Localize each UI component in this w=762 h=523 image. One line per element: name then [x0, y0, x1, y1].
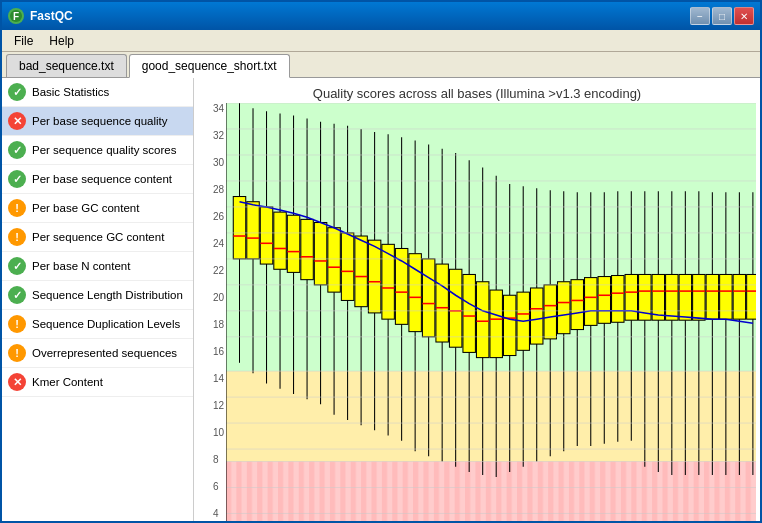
svg-rect-136 [666, 274, 678, 320]
sidebar-item-per-base-gc[interactable]: ! Per base GC content [2, 194, 193, 223]
sidebar-item-seq-length[interactable]: ✓ Sequence Length Distribution [2, 281, 193, 310]
sidebar-item-per-base-content[interactable]: ✓ Per base sequence content [2, 165, 193, 194]
svg-rect-24 [287, 215, 299, 272]
svg-rect-148 [706, 274, 718, 319]
svg-rect-100 [544, 285, 556, 339]
svg-rect-76 [463, 274, 475, 352]
sidebar-label-per-base-quality: Per base sequence quality [32, 115, 168, 127]
svg-rect-6 [226, 462, 756, 521]
sidebar-label-overrep: Overrepresented sequences [32, 347, 177, 359]
sidebar-label-dup-levels: Sequence Duplication Levels [32, 318, 180, 330]
svg-rect-88 [503, 295, 515, 355]
sidebar-label-per-base-gc: Per base GC content [32, 202, 139, 214]
svg-rect-124 [625, 274, 637, 320]
svg-rect-8 [233, 197, 245, 259]
sidebar-item-per-base-quality[interactable]: ✕ Per base sequence quality [2, 107, 193, 136]
title-bar: F FastQC − □ ✕ [2, 2, 760, 30]
app-title: FastQC [30, 9, 73, 23]
sidebar-label-basic-statistics: Basic Statistics [32, 86, 109, 98]
svg-rect-64 [422, 259, 434, 337]
sidebar-item-per-seq-quality[interactable]: ✓ Per sequence quality scores [2, 136, 193, 165]
status-icon-warn-3: ! [8, 315, 26, 333]
tab-bar: bad_sequence.txt good_sequence_short.txt [2, 52, 760, 78]
svg-rect-68 [436, 264, 448, 342]
svg-rect-48 [368, 240, 380, 313]
maximize-button[interactable]: □ [712, 7, 732, 25]
status-icon-fail-2: ✕ [8, 373, 26, 391]
svg-rect-12 [247, 202, 259, 259]
menu-file[interactable]: File [6, 32, 41, 50]
app-icon: F [8, 8, 24, 24]
sidebar-label-per-seq-gc: Per sequence GC content [32, 231, 164, 243]
svg-rect-108 [571, 280, 583, 330]
svg-rect-140 [679, 274, 691, 320]
svg-rect-160 [747, 274, 756, 319]
sidebar-item-kmer[interactable]: ✕ Kmer Content [2, 368, 193, 397]
y-axis: 2 4 6 8 10 12 14 16 18 20 22 24 26 28 [198, 103, 226, 521]
status-icon-warn: ! [8, 199, 26, 217]
chart-container: 2 4 6 8 10 12 14 16 18 20 22 24 26 28 [198, 103, 756, 521]
status-icon-ok-3: ✓ [8, 170, 26, 188]
status-icon-ok-2: ✓ [8, 141, 26, 159]
svg-rect-96 [530, 288, 542, 344]
svg-rect-36 [328, 228, 340, 292]
sidebar-label-seq-length: Sequence Length Distribution [32, 289, 183, 301]
status-icon-warn-2: ! [8, 228, 26, 246]
sidebar-label-per-base-n: Per base N content [32, 260, 130, 272]
title-controls: − □ ✕ [690, 7, 754, 25]
title-bar-left: F FastQC [8, 8, 73, 24]
main-content: ✓ Basic Statistics ✕ Per base sequence q… [2, 78, 760, 521]
sidebar-item-overrep[interactable]: ! Overrepresented sequences [2, 339, 193, 368]
svg-rect-104 [558, 282, 570, 334]
menu-help[interactable]: Help [41, 32, 82, 50]
main-window: F FastQC − □ ✕ File Help bad_sequence.tx… [0, 0, 762, 523]
chart-title: Quality scores across all bases (Illumin… [198, 82, 756, 103]
sidebar: ✓ Basic Statistics ✕ Per base sequence q… [2, 78, 194, 521]
sidebar-item-per-base-n[interactable]: ✓ Per base N content [2, 252, 193, 281]
sidebar-label-per-base-content: Per base sequence content [32, 173, 172, 185]
tab-bad-sequence[interactable]: bad_sequence.txt [6, 54, 127, 77]
sidebar-item-basic-statistics[interactable]: ✓ Basic Statistics [2, 78, 193, 107]
svg-rect-32 [314, 223, 326, 285]
chart-area: Quality scores across all bases (Illumin… [194, 78, 760, 521]
svg-rect-156 [733, 274, 745, 319]
sidebar-label-kmer: Kmer Content [32, 376, 103, 388]
status-icon-warn-4: ! [8, 344, 26, 362]
tab-good-sequence[interactable]: good_sequence_short.txt [129, 54, 290, 78]
svg-rect-60 [409, 254, 421, 332]
svg-rect-80 [476, 282, 488, 358]
y-axis-labels: 2 4 6 8 10 12 14 16 18 20 22 24 26 28 [213, 103, 226, 521]
chart-svg: 1 3 5 7 9 11 13 15 17 19 21 23 2 [226, 103, 756, 521]
chart-wrapper: 1 3 5 7 9 11 13 15 17 19 21 23 2 [226, 103, 756, 521]
sidebar-label-per-seq-quality: Per sequence quality scores [32, 144, 176, 156]
sidebar-item-dup-levels[interactable]: ! Sequence Duplication Levels [2, 310, 193, 339]
svg-rect-152 [720, 274, 732, 319]
svg-rect-144 [693, 274, 705, 320]
close-button[interactable]: ✕ [734, 7, 754, 25]
svg-text:F: F [13, 11, 19, 22]
svg-rect-84 [490, 290, 502, 358]
sidebar-item-per-seq-gc[interactable]: ! Per sequence GC content [2, 223, 193, 252]
status-icon-ok-5: ✓ [8, 286, 26, 304]
status-icon-fail: ✕ [8, 112, 26, 130]
svg-rect-132 [652, 274, 664, 320]
status-icon-ok: ✓ [8, 83, 26, 101]
svg-rect-44 [355, 236, 367, 307]
svg-rect-116 [598, 277, 610, 324]
svg-rect-120 [612, 276, 624, 323]
svg-rect-40 [341, 233, 353, 301]
svg-rect-20 [274, 212, 286, 269]
svg-rect-56 [395, 248, 407, 324]
minimize-button[interactable]: − [690, 7, 710, 25]
menu-bar: File Help [2, 30, 760, 52]
svg-rect-16 [260, 207, 272, 264]
status-icon-ok-4: ✓ [8, 257, 26, 275]
svg-rect-28 [301, 219, 313, 279]
svg-rect-72 [449, 269, 461, 347]
